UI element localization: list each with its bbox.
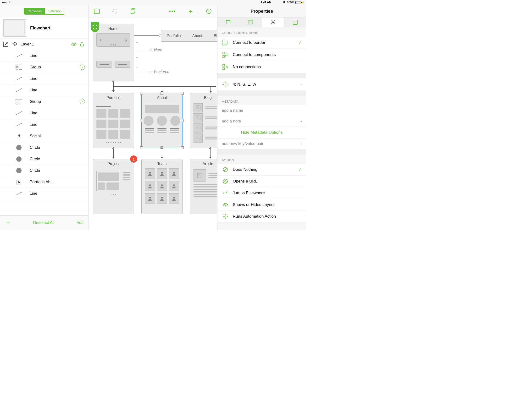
list-item[interactable]: Line [0,50,88,62]
svg-rect-29 [131,9,134,14]
canvas-body[interactable]: Portfolio About Blog Home ‹› Hero [89,18,217,230]
expand-icon[interactable]: › [80,99,85,104]
svg-rect-9 [19,65,22,70]
list-item[interactable]: Line [0,119,88,130]
documents-icon[interactable] [130,8,137,15]
nothing-icon [222,167,229,172]
svg-point-75 [225,216,226,217]
layer-name: Layer 1 [21,42,69,47]
edit-button[interactable]: Edit [76,220,83,225]
action-shows-hides-layers[interactable]: Shows or Hides Layers [217,199,306,211]
info-icon[interactable] [205,8,212,15]
svg-point-43 [173,172,175,174]
group-icon [12,64,26,70]
action-opens-url[interactable]: Opens a URL [217,176,306,187]
list-item-label: Circle [30,168,85,173]
visibility-icon[interactable] [71,41,77,47]
layer-header[interactable]: Layer 1 [0,39,88,50]
hide-metadata-button[interactable]: Hide Metadata Options [217,127,306,139]
list-item[interactable]: Circle [0,165,88,176]
magnets-icon [222,81,229,88]
svg-rect-26 [94,9,100,14]
check-icon: ✓ [298,40,302,45]
sidebar-toggle-icon[interactable] [93,8,101,15]
list-item[interactable]: APortfolio Ab... [0,176,88,188]
wireframe-about-selected[interactable]: About [141,93,183,148]
svg-line-17 [16,111,22,115]
list-item[interactable]: Line [0,84,88,96]
wireframe-home[interactable]: Home ‹› [93,24,134,81]
svg-point-69 [223,84,224,85]
section-metadata: METADATA [217,96,306,105]
canvas-area: ••• ＋ Portfolio About Blog Home ‹› [89,5,217,230]
list-item[interactable]: Group› [0,62,88,73]
svg-line-10 [16,77,22,80]
metadata-kv-input[interactable]: add new key/value pair › [217,139,306,149]
svg-point-2 [6,42,7,43]
svg-line-5 [16,54,22,57]
list-item[interactable]: Line [0,108,88,119]
connect-components-icon [222,52,229,58]
wireframe-team[interactable]: Team [141,159,183,214]
option-connect-components[interactable]: Connect to components [217,49,306,61]
add-button[interactable]: ＋ [5,218,11,227]
list-item-label: Circle [30,145,85,150]
add-shape-icon[interactable]: ＋ [187,8,194,15]
svg-point-51 [199,174,200,175]
list-item[interactable]: ASocial [0,130,88,142]
metadata-name-input[interactable]: add a name [217,105,306,116]
action-jumps-elsewhere[interactable]: Jumps Elsewhere [217,187,306,199]
action-does-nothing[interactable]: Does Nothing ✓ [217,164,306,176]
section-action: ACTION [217,155,306,164]
list-item-label: Line [30,76,85,81]
status-bar: 9:41 AM 100% ⚡ [0,0,306,5]
wireframe-blog[interactable]: Blog [190,93,217,148]
action-runs-automation[interactable]: Runs Automation Action [217,211,306,222]
layer-edit-icon [2,41,9,47]
expand-icon[interactable]: › [80,65,85,70]
annotation-hero: Hero [154,48,162,52]
option-no-connections[interactable]: No connections [217,61,306,73]
metadata-note-input[interactable]: add a note › [217,116,306,127]
svg-point-23 [16,168,22,173]
list-item[interactable]: Line [0,73,88,84]
prop-tab-style-icon[interactable] [240,17,262,27]
option-connect-border[interactable]: Connect to border ✓ [217,37,306,49]
wireframe-project[interactable]: Project [93,159,134,214]
wireframe-article[interactable]: Article [190,159,217,214]
svg-point-73 [225,181,226,182]
more-icon[interactable]: ••• [169,8,176,15]
svg-rect-61 [223,56,225,57]
canvas-row[interactable]: Flowchart [0,18,88,39]
svg-point-21 [16,145,22,150]
list-item[interactable]: Group› [0,96,88,108]
svg-point-54 [272,22,274,23]
svg-point-40 [197,137,198,138]
list-item[interactable]: Circle [0,142,88,153]
tab-canvases[interactable]: Canvases [24,8,45,14]
list-item-label: Line [30,53,85,58]
deselect-all-button[interactable]: Deselect All [33,220,54,225]
sidebar-mode-segment: Canvases Selection [24,8,65,15]
tab-selection[interactable]: Selection [45,8,65,14]
prop-tab-canvas-icon[interactable] [284,17,306,27]
list-item-label: Social [30,134,85,139]
prop-tab-geometry-icon[interactable] [217,17,240,27]
undo-icon[interactable] [111,8,119,15]
svg-line-19 [16,123,22,126]
svg-point-44 [149,184,151,186]
svg-point-67 [225,82,226,83]
wireframe-portfolio[interactable]: Portfolio [93,93,134,148]
chevron-right-icon: › [300,119,302,124]
unlock-icon[interactable] [79,42,85,47]
option-magnets[interactable]: 4: N, S, E, W › [217,78,306,91]
svg-rect-4 [81,44,84,46]
comment-badge[interactable]: 1 [130,155,137,163]
svg-rect-7 [16,65,18,66]
prop-tab-settings-icon[interactable] [262,17,284,27]
svg-point-34 [197,107,198,108]
list-item[interactable]: Line [0,188,88,199]
line-icon [12,111,26,115]
svg-point-38 [197,127,198,128]
list-item[interactable]: Circle [0,153,88,165]
